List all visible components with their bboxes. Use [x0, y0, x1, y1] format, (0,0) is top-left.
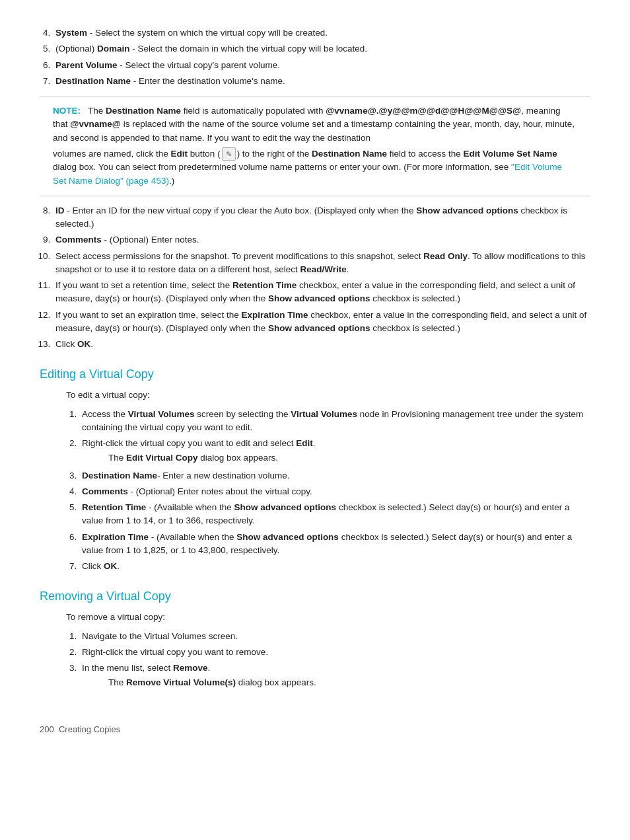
editing-item-4: Comments - (Optional) Enter notes about …	[79, 485, 590, 498]
removing-section-heading: Removing a Virtual Copy	[40, 588, 590, 605]
list-item-9: Comments - (Optional) Enter notes.	[53, 233, 590, 247]
removing-item-2: Right-click the virtual copy you want to…	[79, 646, 590, 659]
removing-item1-text: Navigate to the Virtual Volumes screen.	[82, 631, 238, 641]
editing-item-2: Right-click the virtual copy you want to…	[79, 437, 590, 465]
list-item-12: If you want to set an expiration time, s…	[53, 309, 590, 336]
editing-item2-subnote: The Edit Virtual Copy dialog box appears…	[108, 451, 590, 465]
list-item-11: If you want to set a retention time, sel…	[53, 279, 590, 306]
item5-text: (Optional) Domain - Select the domain in…	[55, 44, 367, 54]
list-item-6: Parent Volume - Select the virtual copy'…	[53, 59, 590, 72]
item7-text: Destination Name - Enter the destination…	[55, 76, 285, 86]
editing-section-heading: Editing a Virtual Copy	[40, 365, 590, 383]
editing-item-7: Click OK.	[79, 560, 590, 573]
item9-text: Comments - (Optional) Enter notes.	[55, 235, 199, 245]
middle-numbered-list: ID - Enter an ID for the new virtual cop…	[53, 204, 590, 352]
item6-text: Parent Volume - Select the virtual copy'…	[55, 60, 280, 70]
editing-item-5: Retention Time - (Available when the Sho…	[79, 501, 590, 528]
removing-item-1: Navigate to the Virtual Volumes screen.	[79, 630, 590, 643]
item13-text: Click OK.	[55, 339, 93, 349]
editing-item4-text: Comments - (Optional) Enter notes about …	[82, 486, 312, 496]
top-numbered-list: System - Select the system on which the …	[53, 26, 590, 88]
editing-section-list: Access the Virtual Volumes screen by sel…	[79, 408, 590, 574]
editing-item7-text: Click OK.	[82, 561, 120, 571]
editing-item-6: Expiration Time - (Available when the Sh…	[79, 531, 590, 558]
list-item-4: System - Select the system on which the …	[53, 26, 590, 40]
editing-item-3: Destination Name- Enter a new destinatio…	[79, 469, 590, 482]
removing-section-intro: To remove a virtual copy:	[66, 611, 590, 624]
item11-text: If you want to set a retention time, sel…	[55, 280, 575, 303]
removing-item3-text: In the menu list, select Remove.	[82, 663, 210, 673]
editing-item5-text: Retention Time - (Available when the Sho…	[82, 502, 570, 525]
edit-icon: ✎	[222, 147, 236, 161]
note-box: NOTE: The Destination Name field is auto…	[40, 96, 590, 196]
removing-section-list: Navigate to the Virtual Volumes screen. …	[79, 630, 590, 690]
note-para1: NOTE: The Destination Name field is auto…	[53, 104, 577, 145]
removing-item-3: In the menu list, select Remove. The Rem…	[79, 662, 590, 690]
list-item-7: Destination Name - Enter the destination…	[53, 75, 590, 88]
editing-item3-text: Destination Name- Enter a new destinatio…	[82, 471, 289, 480]
edit-volume-set-link[interactable]: "Edit Volume Set Name Dialog" (page 453)	[53, 162, 562, 185]
page-footer: 200 Creating Copies	[40, 723, 590, 736]
removing-item2-text: Right-click the virtual copy you want to…	[82, 647, 268, 657]
list-item-5: (Optional) Domain - Select the domain in…	[53, 42, 590, 56]
item8-text: ID - Enter an ID for the new virtual cop…	[55, 206, 567, 229]
item12-text: If you want to set an expiration time, s…	[55, 310, 586, 333]
item4-text: System - Select the system on which the …	[55, 28, 328, 38]
footer-section: Creating Copies	[59, 724, 120, 734]
note-para2: volumes are named, click the Edit button…	[53, 147, 577, 188]
page-content: System - Select the system on which the …	[40, 26, 590, 736]
page-number: 200	[40, 724, 54, 734]
item10-text: Select access permissions for the snapsh…	[55, 251, 585, 274]
editing-item2-text: Right-click the virtual copy you want to…	[82, 438, 315, 448]
editing-item-1: Access the Virtual Volumes screen by sel…	[79, 408, 590, 435]
editing-item6-text: Expiration Time - (Available when the Sh…	[82, 532, 572, 555]
list-item-8: ID - Enter an ID for the new virtual cop…	[53, 204, 590, 231]
list-item-13: Click OK.	[53, 338, 590, 351]
list-item-10: Select access permissions for the snapsh…	[53, 250, 590, 277]
removing-item3-subnote: The Remove Virtual Volume(s) dialog box …	[108, 676, 590, 689]
editing-section-intro: To edit a virtual copy:	[66, 389, 590, 402]
editing-item1-text: Access the Virtual Volumes screen by sel…	[82, 409, 583, 432]
note-label: NOTE:	[53, 106, 81, 116]
